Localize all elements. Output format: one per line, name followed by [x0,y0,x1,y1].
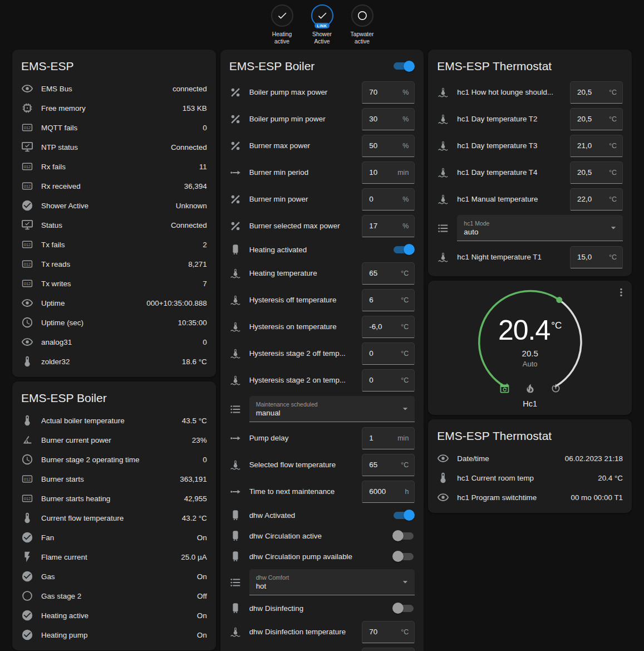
number-input-hysteresis-off-temperature[interactable]: 6°C [362,289,415,311]
entity-row-burner-min-period: Burner min period10min [220,159,424,186]
eye-icon [21,336,33,348]
entity-row-date-time[interactable]: Date/time06.02.2023 21:18 [428,449,632,468]
entity-row-rx-fails[interactable]: 012Rx fails11 [12,157,216,177]
number-input-time-to-next-maintenance[interactable]: 6000h [362,481,415,503]
entity-value: 0 [203,338,207,346]
water-thermometer-icon [437,167,449,179]
number-input-heating-temperature[interactable]: 65°C [362,262,415,285]
number-input-hc1-night-temperature-t1[interactable]: 15,0°C [570,246,623,268]
toggle-thumb [392,530,404,541]
number-input-dhw-flow-temperature-offset[interactable]: 40°C [362,648,415,651]
number-input-hysteresis-stage-2-off-temp[interactable]: 0°C [362,342,415,365]
card-title: EMS-ESP Thermostat [437,429,552,443]
toggle-dhw-circulation-pump-available[interactable] [392,551,415,562]
counter-icon: 012 [21,473,33,485]
number-input-hc1-manual-temperature[interactable]: 22,0°C [570,188,623,211]
entity-row-analog31[interactable]: analog310 [12,332,216,352]
entity-row-burner-min-power: Burner min power0% [220,186,424,213]
entity-row-pump-delay: Pump delay1min [220,425,424,452]
entity-row-burner-starts-heating[interactable]: 012Burner starts heating42,955 [12,489,216,508]
select-dhw-comfort[interactable]: dhw Comforthot [249,569,415,595]
entity-row-hysteresis-on-temperature: Hysteresis on temperature-6,0°C [220,314,424,340]
entity-row-hc1-current-room-temp[interactable]: hc1 Current room temp20.4 °C [428,468,632,488]
entity-row-gas-stage-2[interactable]: Gas stage 2Off [12,586,216,606]
number-input-hc1-day-temperature-t2[interactable]: 20,5°C [570,108,623,130]
entity-row-tx-writes[interactable]: 012Tx writes7 [12,274,216,293]
boiler-icon [229,509,242,521]
entity-row-dhw-disinfection-temperature: dhw Disinfection temperature70°C [220,619,424,645]
entity-label: Heating activated [249,246,385,254]
number-value: 0 [369,376,373,384]
thermostat-dial[interactable]: 20.4°C20.5Auto [469,281,591,391]
entity-row-heating-pump[interactable]: Heating pumpOn [12,625,216,645]
toggle-dhw-disinfecting[interactable] [392,603,415,614]
entity-row-maintenance-scheduled: Maintenance scheduledmanual [220,394,424,425]
card-title: EMS-ESP [21,60,74,73]
more-options-button[interactable] [615,286,627,298]
mode-auto-button[interactable] [498,382,511,395]
entity-row-zolder32[interactable]: zolder3218.6 °C [12,352,216,371]
entity-row-ems-bus[interactable]: EMS Busconnected [12,79,216,99]
number-input-hc1-how-hot-lounge-should[interactable]: 20,5°C [570,81,623,104]
entity-row-ntp-status[interactable]: NTP statusConnected [12,138,216,157]
number-input-burner-min-period[interactable]: 10min [362,161,415,184]
toggle-dhw-circulation-active[interactable] [392,530,415,541]
entity-row-actual-boiler-temperature[interactable]: Actual boiler temperature43.5 °C [12,411,216,430]
entity-row-heating-active[interactable]: Heating activeOn [12,606,216,625]
entity-row-gas[interactable]: GasOn [12,567,216,586]
badge-heating-active[interactable]: Heatingactive [264,4,300,46]
entity-row-burner-starts[interactable]: 012Burner starts363,191 [12,469,216,489]
entity-row-rx-received[interactable]: 012Rx received36,394 [12,177,216,196]
entity-row-hc1-day-temperature-t4: hc1 Day temperature T420,5°C [428,159,632,186]
entity-row-current-flow-temperature[interactable]: Current flow temperature43.2 °C [12,508,216,528]
badge-shower-active[interactable]: LINKShowerActive [304,4,340,46]
entity-row-uptime-sec[interactable]: Uptime (sec)10:35:00 [12,313,216,332]
number-unit: °C [609,169,617,177]
number-input-dhw-disinfection-temperature[interactable]: 70°C [362,621,415,643]
number-input-boiler-pump-min-power[interactable]: 30% [362,108,415,130]
entity-row-flame-current[interactable]: Flame current25.0 µA [12,547,216,567]
entity-row-free-memory[interactable]: Free memory153 KB [12,99,216,118]
entity-label: Heating pump [41,631,189,639]
toggle-heating-activated[interactable] [392,244,415,255]
entity-row-hc1-how-hot-lounge-should: hc1 How hot lounge should...20,5°C [428,79,632,106]
entity-label: dhw Circulation pump available [249,552,385,561]
eye-icon [437,452,449,464]
number-input-hc1-day-temperature-t4[interactable]: 20,5°C [570,161,623,184]
entity-row-fan[interactable]: FanOn [12,528,216,547]
water-thermometer-icon [437,86,449,99]
badge-tapwater-active[interactable]: Tapwateractive [345,4,380,46]
number-input-hc1-day-temperature-t3[interactable]: 21,0°C [570,135,623,157]
number-input-burner-max-power[interactable]: 50% [362,135,415,157]
entity-row-shower-active[interactable]: Shower ActiveUnknown [12,196,216,216]
number-input-boiler-pump-max-power[interactable]: 70% [362,81,415,104]
entity-row-status[interactable]: StatusConnected [12,216,216,235]
number-input-burner-selected-max-power[interactable]: 17% [362,215,415,237]
percent-icon [229,193,242,205]
select-maintenance-scheduled[interactable]: Maintenance scheduledmanual [249,396,415,422]
entity-row-burner-current-power[interactable]: Burner current power23% [12,430,216,450]
entity-row-hysteresis-stage-2-on-temp: Hysteresis stage 2 on temp...0°C [220,367,424,394]
entity-row-burner-stage-2-operating-time[interactable]: Burner stage 2 operating time0 [12,450,216,469]
toggle-dhw-activated[interactable] [392,510,415,521]
mode-heat-button[interactable] [523,382,537,395]
number-input-hysteresis-on-temperature[interactable]: -6,0°C [362,316,415,338]
badge-label: Tapwateractive [351,31,374,46]
mode-off-button[interactable] [549,382,562,395]
gauge-icon [229,432,242,444]
select-hc1-mode[interactable]: hc1 Modeauto [457,215,623,241]
entity-row-tx-fails[interactable]: 012Tx fails2 [12,235,216,254]
entity-label: Burner selected max power [249,222,355,230]
number-input-hysteresis-stage-2-on-temp[interactable]: 0°C [362,369,415,391]
entity-row-tx-reads[interactable]: 012Tx reads8,271 [12,254,216,274]
entity-row-hc1-program-switchtime[interactable]: hc1 Program switchtime00 mo 00:00 T1 [428,488,632,507]
number-input-burner-min-power[interactable]: 0% [362,188,415,211]
entity-row-uptime[interactable]: Uptime000+10:35:00.888 [12,293,216,313]
power-icon [550,383,562,394]
entity-row-mqtt-fails[interactable]: 012MQTT fails0 [12,118,216,138]
entity-row-hc1-mode: hc1 Modeauto [428,213,632,244]
number-input-selected-flow-temperature[interactable]: 65°C [362,454,415,476]
toggle-ems-esp-boiler-header[interactable] [392,61,415,72]
number-input-pump-delay[interactable]: 1min [362,427,415,449]
entity-label: Tx writes [41,280,195,288]
